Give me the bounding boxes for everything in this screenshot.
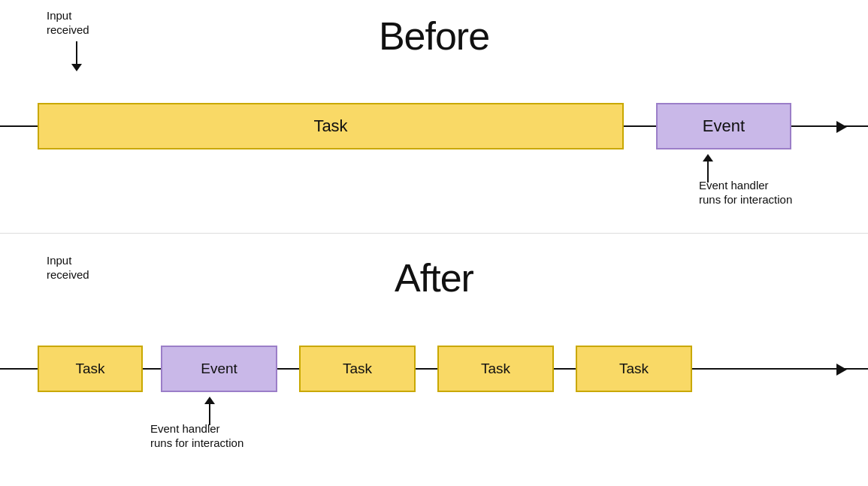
event-box-after: Event bbox=[161, 346, 277, 392]
task-box-after-3: Task bbox=[437, 346, 554, 392]
task-box-after-1: Task bbox=[38, 346, 143, 392]
arrow-right-before bbox=[836, 121, 847, 133]
arrow-head-before bbox=[71, 64, 82, 71]
task-box-before: Task bbox=[38, 103, 624, 149]
input-label-after: Inputreceived bbox=[47, 254, 89, 282]
arrow-head-up-after bbox=[204, 397, 215, 404]
arrow-down-before bbox=[71, 41, 82, 71]
arrow-right-after bbox=[836, 364, 847, 376]
before-title: Before bbox=[379, 14, 489, 59]
section-divider bbox=[0, 233, 868, 234]
task-box-after-4: Task bbox=[576, 346, 692, 392]
after-title: After bbox=[395, 255, 473, 300]
input-label-before: Inputreceived bbox=[47, 9, 89, 38]
event-box-before: Event bbox=[656, 103, 791, 149]
task-box-after-2: Task bbox=[299, 346, 416, 392]
event-handler-after bbox=[204, 397, 215, 425]
event-handler-label-after: Event handlerruns for interaction bbox=[150, 422, 243, 451]
event-handler-label-before: Event handlerruns for interaction bbox=[699, 179, 792, 207]
arrow-head-up-before bbox=[703, 154, 713, 161]
diagram-container: Before Inputreceived Task Event Event ha… bbox=[0, 0, 868, 486]
arrow-shaft-before bbox=[76, 41, 77, 64]
